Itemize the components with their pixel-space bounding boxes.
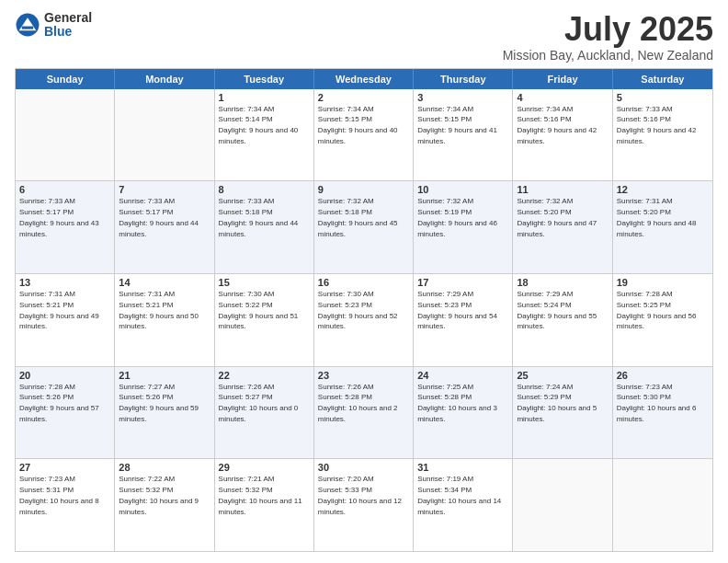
cell-info: Sunrise: 7:34 AM Sunset: 5:15 PM Dayligh…	[318, 105, 398, 145]
cell-info: Sunrise: 7:31 AM Sunset: 5:21 PM Dayligh…	[119, 290, 199, 330]
empty-cell	[613, 459, 712, 551]
header-day-tuesday: Tuesday	[215, 69, 314, 89]
day-cell-28: 28Sunrise: 7:22 AM Sunset: 5:32 PM Dayli…	[115, 459, 214, 551]
day-cell-4: 4Sunrise: 7:34 AM Sunset: 5:16 PM Daylig…	[513, 89, 612, 181]
day-cell-30: 30Sunrise: 7:20 AM Sunset: 5:33 PM Dayli…	[314, 459, 414, 551]
day-cell-14: 14Sunrise: 7:31 AM Sunset: 5:21 PM Dayli…	[115, 274, 214, 366]
day-cell-26: 26Sunrise: 7:23 AM Sunset: 5:30 PM Dayli…	[613, 367, 712, 459]
cell-info: Sunrise: 7:33 AM Sunset: 5:17 PM Dayligh…	[119, 197, 199, 237]
calendar: SundayMondayTuesdayWednesdayThursdayFrid…	[15, 68, 713, 552]
day-cell-27: 27Sunrise: 7:23 AM Sunset: 5:31 PM Dayli…	[16, 459, 115, 551]
header-day-saturday: Saturday	[613, 69, 712, 89]
header-day-monday: Monday	[115, 69, 214, 89]
svg-rect-2	[22, 27, 33, 29]
day-number: 21	[119, 370, 210, 381]
day-cell-18: 18Sunrise: 7:29 AM Sunset: 5:24 PM Dayli…	[513, 274, 612, 366]
cell-info: Sunrise: 7:21 AM Sunset: 5:32 PM Dayligh…	[219, 475, 302, 515]
day-number: 3	[417, 92, 508, 103]
day-cell-15: 15Sunrise: 7:30 AM Sunset: 5:22 PM Dayli…	[215, 274, 314, 366]
day-cell-8: 8Sunrise: 7:33 AM Sunset: 5:18 PM Daylig…	[215, 181, 314, 273]
calendar-body: 1Sunrise: 7:34 AM Sunset: 5:14 PM Daylig…	[16, 89, 712, 551]
day-cell-7: 7Sunrise: 7:33 AM Sunset: 5:17 PM Daylig…	[115, 181, 214, 273]
day-number: 14	[119, 277, 210, 288]
day-cell-6: 6Sunrise: 7:33 AM Sunset: 5:17 PM Daylig…	[16, 181, 115, 273]
day-number: 24	[417, 370, 508, 381]
day-cell-5: 5Sunrise: 7:33 AM Sunset: 5:16 PM Daylig…	[613, 89, 712, 181]
cell-info: Sunrise: 7:31 AM Sunset: 5:21 PM Dayligh…	[19, 290, 99, 330]
day-number: 8	[219, 184, 310, 195]
calendar-row-2: 13Sunrise: 7:31 AM Sunset: 5:21 PM Dayli…	[16, 274, 712, 367]
day-number: 12	[617, 184, 709, 195]
day-number: 5	[617, 92, 709, 103]
calendar-header: SundayMondayTuesdayWednesdayThursdayFrid…	[16, 69, 712, 89]
logo-blue: Blue	[44, 25, 92, 39]
cell-info: Sunrise: 7:33 AM Sunset: 5:16 PM Dayligh…	[617, 105, 697, 145]
cell-info: Sunrise: 7:24 AM Sunset: 5:29 PM Dayligh…	[517, 383, 597, 423]
day-cell-17: 17Sunrise: 7:29 AM Sunset: 5:23 PM Dayli…	[414, 274, 513, 366]
cell-info: Sunrise: 7:26 AM Sunset: 5:27 PM Dayligh…	[219, 383, 299, 423]
cell-info: Sunrise: 7:33 AM Sunset: 5:17 PM Dayligh…	[19, 197, 99, 237]
cell-info: Sunrise: 7:30 AM Sunset: 5:23 PM Dayligh…	[318, 290, 398, 330]
day-cell-12: 12Sunrise: 7:31 AM Sunset: 5:20 PM Dayli…	[613, 181, 712, 273]
day-cell-16: 16Sunrise: 7:30 AM Sunset: 5:23 PM Dayli…	[314, 274, 414, 366]
cell-info: Sunrise: 7:23 AM Sunset: 5:31 PM Dayligh…	[19, 475, 99, 515]
day-number: 19	[617, 277, 709, 288]
day-number: 27	[19, 462, 110, 473]
cell-info: Sunrise: 7:25 AM Sunset: 5:28 PM Dayligh…	[417, 383, 497, 423]
day-number: 28	[119, 462, 210, 473]
cell-info: Sunrise: 7:28 AM Sunset: 5:25 PM Dayligh…	[617, 290, 697, 330]
calendar-row-3: 20Sunrise: 7:28 AM Sunset: 5:26 PM Dayli…	[16, 367, 712, 460]
title-block: July 2025 Mission Bay, Auckland, New Zea…	[503, 11, 713, 63]
day-number: 20	[19, 370, 110, 381]
day-cell-20: 20Sunrise: 7:28 AM Sunset: 5:26 PM Dayli…	[16, 367, 115, 459]
day-number: 23	[318, 370, 409, 381]
cell-info: Sunrise: 7:33 AM Sunset: 5:18 PM Dayligh…	[219, 197, 299, 237]
day-number: 29	[219, 462, 310, 473]
day-cell-11: 11Sunrise: 7:32 AM Sunset: 5:20 PM Dayli…	[513, 181, 612, 273]
day-number: 15	[219, 277, 310, 288]
day-cell-19: 19Sunrise: 7:28 AM Sunset: 5:25 PM Dayli…	[613, 274, 712, 366]
day-cell-1: 1Sunrise: 7:34 AM Sunset: 5:14 PM Daylig…	[215, 89, 314, 181]
header-day-wednesday: Wednesday	[314, 69, 414, 89]
day-cell-31: 31Sunrise: 7:19 AM Sunset: 5:34 PM Dayli…	[414, 459, 513, 551]
cell-info: Sunrise: 7:34 AM Sunset: 5:14 PM Dayligh…	[219, 105, 299, 145]
cell-info: Sunrise: 7:20 AM Sunset: 5:33 PM Dayligh…	[318, 475, 402, 515]
logo-general: General	[44, 11, 92, 25]
day-number: 25	[517, 370, 608, 381]
day-number: 22	[219, 370, 310, 381]
cell-info: Sunrise: 7:32 AM Sunset: 5:20 PM Dayligh…	[517, 197, 597, 237]
calendar-row-0: 1Sunrise: 7:34 AM Sunset: 5:14 PM Daylig…	[16, 89, 712, 182]
day-number: 4	[517, 92, 608, 103]
cell-info: Sunrise: 7:30 AM Sunset: 5:22 PM Dayligh…	[219, 290, 299, 330]
cell-info: Sunrise: 7:26 AM Sunset: 5:28 PM Dayligh…	[318, 383, 398, 423]
cell-info: Sunrise: 7:31 AM Sunset: 5:20 PM Dayligh…	[617, 197, 697, 237]
cell-info: Sunrise: 7:19 AM Sunset: 5:34 PM Dayligh…	[417, 475, 501, 515]
empty-cell	[513, 459, 612, 551]
subtitle: Mission Bay, Auckland, New Zealand	[503, 48, 713, 63]
day-number: 6	[19, 184, 110, 195]
cell-info: Sunrise: 7:34 AM Sunset: 5:15 PM Dayligh…	[417, 105, 497, 145]
day-number: 31	[417, 462, 508, 473]
cell-info: Sunrise: 7:34 AM Sunset: 5:16 PM Dayligh…	[517, 105, 597, 145]
day-number: 30	[318, 462, 409, 473]
day-cell-3: 3Sunrise: 7:34 AM Sunset: 5:15 PM Daylig…	[414, 89, 513, 181]
page: General Blue July 2025 Mission Bay, Auck…	[0, 0, 728, 563]
day-cell-23: 23Sunrise: 7:26 AM Sunset: 5:28 PM Dayli…	[314, 367, 414, 459]
logo-text: General Blue	[44, 11, 92, 40]
day-number: 18	[517, 277, 608, 288]
day-cell-24: 24Sunrise: 7:25 AM Sunset: 5:28 PM Dayli…	[414, 367, 513, 459]
day-number: 13	[19, 277, 110, 288]
main-title: July 2025	[503, 11, 713, 48]
day-number: 9	[318, 184, 409, 195]
day-number: 7	[119, 184, 210, 195]
cell-info: Sunrise: 7:32 AM Sunset: 5:18 PM Dayligh…	[318, 197, 398, 237]
day-number: 17	[417, 277, 508, 288]
empty-cell	[115, 89, 214, 181]
logo: General Blue	[15, 11, 92, 40]
day-cell-10: 10Sunrise: 7:32 AM Sunset: 5:19 PM Dayli…	[414, 181, 513, 273]
day-number: 16	[318, 277, 409, 288]
day-number: 1	[219, 92, 310, 103]
day-number: 26	[617, 370, 709, 381]
cell-info: Sunrise: 7:22 AM Sunset: 5:32 PM Dayligh…	[119, 475, 199, 515]
cell-info: Sunrise: 7:29 AM Sunset: 5:24 PM Dayligh…	[517, 290, 597, 330]
